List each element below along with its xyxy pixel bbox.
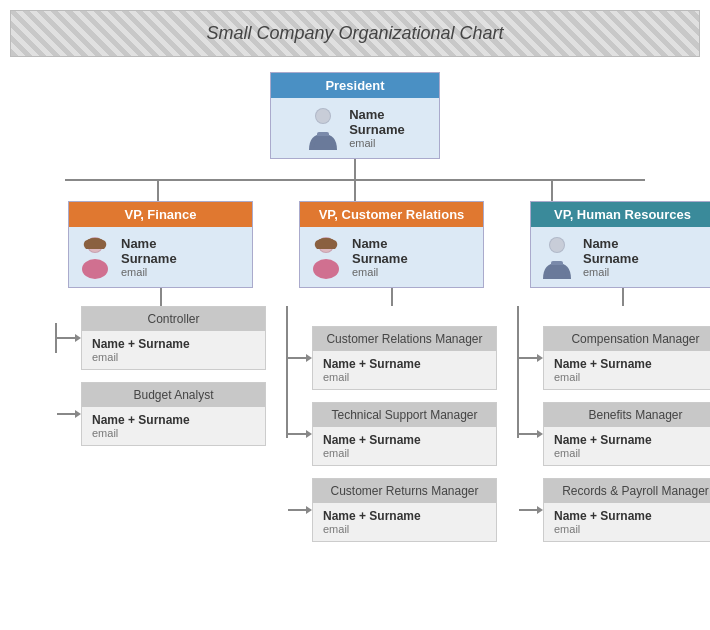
vp-cr-header: VP, Customer Relations xyxy=(300,202,483,227)
svg-point-8 xyxy=(313,259,339,279)
president-header: President xyxy=(271,73,439,98)
male-icon-2 xyxy=(539,235,575,279)
male-icon xyxy=(305,106,341,150)
payroll-manager-card: Records & Payroll Manager Name + Surname… xyxy=(543,478,710,542)
chart-title: Small Company Organizational Chart xyxy=(10,10,700,57)
compensation-manager-header: Compensation Manager xyxy=(544,327,710,351)
vp-hr-section: VP, Human Resources Name Surname xyxy=(517,201,710,542)
returns-manager-header: Customer Returns Manager xyxy=(313,479,496,503)
vp-cr-card: VP, Customer Relations Name Surname xyxy=(299,201,484,288)
budget-analyst-header: Budget Analyst xyxy=(82,383,265,407)
benefits-manager-card: Benefits Manager Name + Surname email xyxy=(543,402,710,466)
female-icon-1 xyxy=(77,235,113,279)
compensation-manager-card: Compensation Manager Name + Surname emai… xyxy=(543,326,710,390)
vp-finance-section: VP, Finance Name Surnam xyxy=(55,201,266,446)
vp-hr-card: VP, Human Resources Name Surname xyxy=(530,201,710,288)
cr-manager-card: Customer Relations Manager Name + Surnam… xyxy=(312,326,497,390)
svg-point-1 xyxy=(316,109,330,123)
vp-finance-card: VP, Finance Name Surnam xyxy=(68,201,253,288)
ts-manager-header: Technical Support Manager xyxy=(313,403,496,427)
benefits-manager-header: Benefits Manager xyxy=(544,403,710,427)
payroll-manager-header: Records & Payroll Manager xyxy=(544,479,710,503)
president-card: President Name Surname email xyxy=(270,72,440,159)
female-icon-2 xyxy=(308,235,344,279)
cr-manager-header: Customer Relations Manager xyxy=(313,327,496,351)
svg-point-4 xyxy=(82,259,108,279)
svg-point-12 xyxy=(550,238,564,252)
vp-hr-header: VP, Human Resources xyxy=(531,202,710,227)
returns-manager-card: Customer Returns Manager Name + Surname … xyxy=(312,478,497,542)
vp-finance-header: VP, Finance xyxy=(69,202,252,227)
controller-card: Controller Name + Surname email xyxy=(81,306,266,370)
vp-customer-relations-section: VP, Customer Relations Name Surname xyxy=(286,201,497,542)
budget-analyst-card: Budget Analyst Name + Surname email xyxy=(81,382,266,446)
controller-header: Controller xyxy=(82,307,265,331)
ts-manager-card: Technical Support Manager Name + Surname… xyxy=(312,402,497,466)
